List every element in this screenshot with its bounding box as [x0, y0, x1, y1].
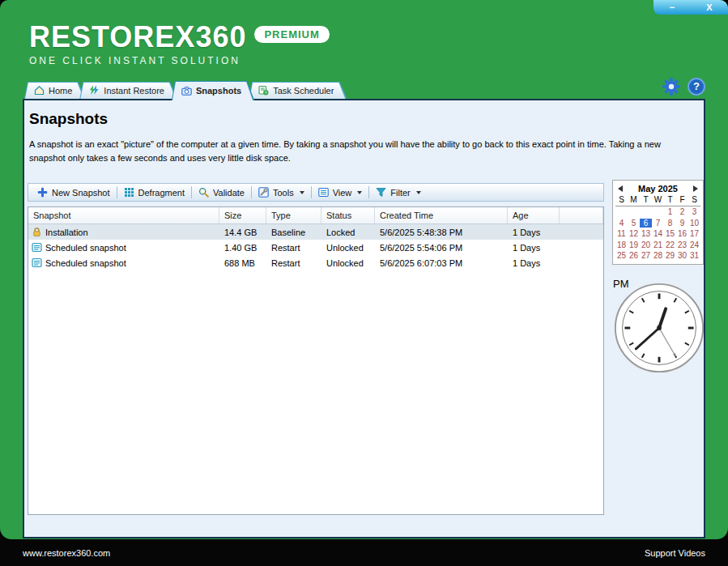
calendar-day-header: T [640, 195, 652, 204]
calendar-day[interactable]: 10 [688, 219, 700, 228]
table-row[interactable]: Scheduled snapshot 1.40 GB Restart Unloc… [28, 240, 603, 255]
column-header-status[interactable]: Status [321, 207, 375, 223]
column-header-type[interactable]: Type [266, 207, 321, 223]
calendar: May 2025 SMTWTFS 12345678910111213141516… [612, 180, 704, 265]
calendar-day[interactable]: 17 [688, 229, 700, 238]
cell-snapshot-name: Scheduled snapshot [45, 258, 126, 268]
defragment-icon [124, 187, 134, 198]
app-window: − X RESTOREX360 PREMIUM ONE CLICK INSTAN… [0, 0, 728, 539]
cell-type: Restart [266, 258, 321, 268]
calendar-day-header: S [688, 195, 700, 204]
calendar-day[interactable]: 26 [628, 251, 640, 260]
calendar-day[interactable]: 30 [676, 251, 688, 260]
calendar-day[interactable]: 14 [652, 229, 664, 238]
chevron-right-icon [693, 185, 698, 192]
calendar-day[interactable]: 27 [640, 251, 652, 260]
plus-icon [37, 187, 48, 198]
next-month-button[interactable] [691, 184, 700, 194]
calendar-day[interactable]: 18 [615, 240, 628, 249]
calendar-day[interactable]: 1 [664, 207, 676, 216]
cell-age: 1 Days [508, 258, 560, 268]
tab-label: Snapshots [196, 86, 241, 96]
support-videos-link[interactable]: Support Videos [645, 548, 705, 558]
column-header-snapshot[interactable]: Snapshot [28, 207, 219, 223]
tab-label: Task Scheduler [273, 86, 334, 96]
calendar-day[interactable]: 5 [628, 219, 640, 228]
brand-name: RESTOREX360 [29, 23, 246, 52]
snapshots-panel: Snapshots A snapshot is an exact "pictur… [23, 99, 705, 538]
locked-snapshot-icon [32, 227, 42, 237]
calendar-day[interactable]: 2 [676, 207, 688, 216]
tools-button[interactable]: Tools [252, 184, 311, 201]
close-button[interactable]: X [691, 0, 728, 15]
cell-size: 688 MB [219, 258, 266, 268]
defragment-button[interactable]: Defragment [117, 184, 191, 201]
calendar-day-header: F [676, 195, 688, 204]
table-row[interactable]: Scheduled snapshot 688 MB Restart Unlock… [28, 255, 603, 270]
calendar-day[interactable]: 23 [676, 240, 688, 249]
tab-task-scheduler[interactable]: Task Scheduler [249, 82, 347, 99]
new-snapshot-button[interactable]: New Snapshot [31, 184, 117, 201]
prev-month-button[interactable] [615, 184, 625, 194]
cell-created-time: 5/6/2025 6:07:03 PM [375, 258, 508, 268]
calendar-day[interactable]: 6 [640, 219, 652, 228]
tools-icon [258, 187, 269, 198]
minimize-button[interactable]: − [653, 0, 691, 15]
calendar-month-label: May 2025 [638, 184, 678, 194]
calendar-day[interactable]: 3 [688, 207, 700, 216]
tab-label: Home [49, 86, 72, 96]
calendar-day[interactable]: 11 [615, 229, 628, 238]
tab-home[interactable]: Home [24, 82, 85, 99]
cell-status: Unlocked [321, 258, 375, 268]
calendar-grid: 1234567891011121314151617181920212223242… [615, 206, 700, 262]
calendar-day[interactable]: 8 [664, 219, 676, 228]
column-header-age[interactable]: Age [508, 207, 560, 223]
tab-snapshots[interactable]: Snapshots [172, 81, 254, 100]
validate-button[interactable]: Validate [192, 184, 251, 201]
calendar-day[interactable]: 31 [688, 251, 700, 260]
column-header-size[interactable]: Size [219, 207, 266, 223]
help-icon[interactable]: ? [688, 78, 705, 96]
snapshot-toolbar: New Snapshot Defragment [28, 183, 604, 202]
calendar-day[interactable]: 24 [688, 240, 700, 249]
calendar-day[interactable]: 25 [615, 251, 628, 260]
view-label: View [333, 188, 352, 198]
calendar-day[interactable]: 21 [652, 240, 664, 249]
calendar-day-header: S [615, 195, 628, 204]
calendar-day[interactable]: 16 [676, 229, 688, 238]
tools-label: Tools [273, 188, 294, 198]
page-description: A snapshot is an exact "picture" of the … [29, 138, 695, 165]
tab-label: Instant Restore [104, 86, 164, 96]
cell-snapshot-name: Scheduled snapshot [45, 243, 126, 253]
snapshots-icon [181, 86, 192, 96]
calendar-day[interactable]: 7 [652, 219, 664, 228]
calendar-day[interactable]: 15 [664, 229, 676, 238]
premium-badge: PREMIUM [254, 26, 329, 43]
calendar-day[interactable]: 28 [652, 251, 664, 260]
calendar-day[interactable]: 12 [628, 229, 640, 238]
calendar-day[interactable]: 13 [640, 229, 652, 238]
snapshot-table: Snapshot Size Type Status Created Time A… [28, 206, 604, 515]
cell-status: Unlocked [321, 243, 375, 253]
page-title: Snapshots [29, 110, 108, 128]
brand-tagline: ONE CLICK INSTANT SOLUTION [29, 55, 330, 66]
filter-button[interactable]: Filter [369, 184, 427, 201]
snapshot-icon [32, 257, 42, 268]
column-header-created-time[interactable]: Created Time [375, 207, 508, 223]
table-header: Snapshot Size Type Status Created Time A… [28, 207, 603, 224]
table-row[interactable]: Installation 14.4 GB Baseline Locked 5/6… [28, 224, 603, 240]
website-link[interactable]: www.restorex360.com [23, 548, 110, 558]
calendar-day[interactable]: 4 [615, 219, 628, 228]
calendar-day[interactable]: 19 [628, 240, 640, 249]
calendar-day[interactable]: 20 [640, 240, 652, 249]
calendar-day[interactable]: 9 [676, 219, 688, 228]
view-icon [318, 187, 329, 198]
tab-instant-restore[interactable]: Instant Restore [79, 82, 177, 99]
tab-bar: Home Instant Restore Snapshots [24, 79, 341, 99]
calendar-day[interactable]: 29 [664, 251, 676, 260]
view-button[interactable]: View [312, 184, 369, 201]
settings-gear-icon[interactable] [662, 77, 681, 96]
calendar-day-header: T [664, 195, 676, 204]
calendar-day[interactable]: 22 [664, 240, 676, 249]
cell-created-time: 5/6/2025 5:54:06 PM [375, 243, 508, 253]
